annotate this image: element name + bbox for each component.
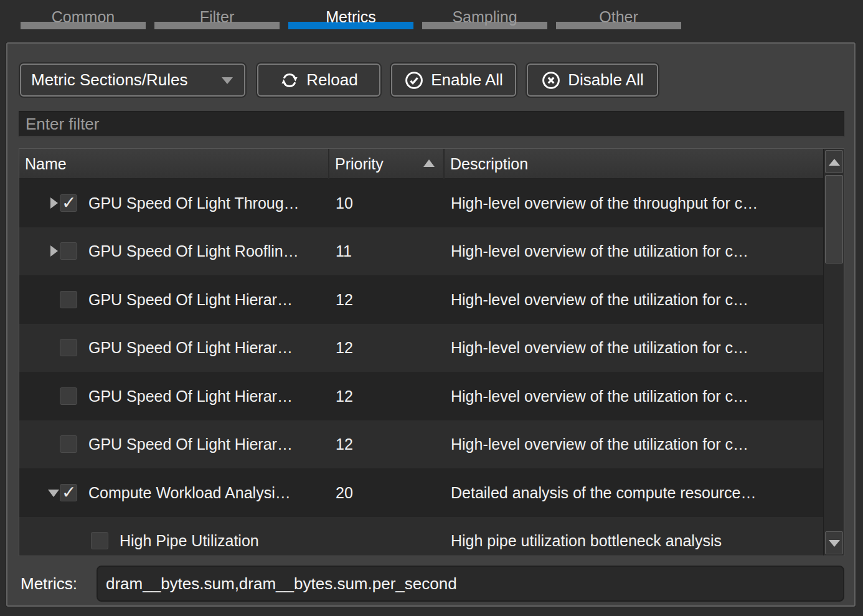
row-name: GPU Speed Of Light Hierar…	[88, 339, 328, 357]
x-circle-icon	[541, 70, 561, 90]
row-priority: 12	[336, 387, 441, 405]
checkbox[interactable]	[60, 194, 77, 212]
row-name: GPU Speed Of Light Rooflin…	[88, 242, 328, 260]
table-row[interactable]: GPU Speed Of Light Hierar… 12 High-level…	[19, 324, 823, 372]
table-row-child[interactable]: High Pipe Utilization High pipe utilizat…	[19, 517, 823, 556]
arrow-down-icon	[829, 540, 840, 547]
row-priority: 20	[336, 483, 441, 501]
row-name: High Pipe Utilization	[120, 532, 328, 550]
checkbox[interactable]	[60, 291, 77, 308]
tab-filter[interactable]: Filter	[154, 0, 280, 29]
metric-selection-window: Common Filter Metrics Sampling Other Met…	[0, 0, 863, 616]
reload-icon	[280, 70, 299, 90]
column-header-name[interactable]: Name	[19, 149, 329, 179]
scrollbar-thumb[interactable]	[825, 175, 843, 263]
metrics-input[interactable]	[97, 566, 844, 602]
row-priority: 12	[336, 435, 441, 453]
expand-arrow-icon[interactable]	[50, 197, 58, 209]
checkbox[interactable]	[60, 387, 77, 405]
tab-common[interactable]: Common	[21, 0, 146, 29]
row-name: GPU Speed Of Light Throug…	[88, 194, 328, 212]
row-name: GPU Speed Of Light Hierar…	[88, 387, 328, 405]
tab-label: Common	[21, 0, 146, 22]
scroll-up-button[interactable]	[825, 150, 843, 173]
chevron-down-icon	[222, 77, 233, 84]
metrics-panel: Metric Sections/Rules Reload	[6, 42, 856, 607]
row-priority: 10	[336, 194, 441, 212]
row-name: Compute Workload Analysi…	[88, 483, 328, 501]
table-row[interactable]: GPU Speed Of Light Hierar… 12 High-level…	[19, 372, 823, 420]
checkbox[interactable]	[60, 242, 77, 260]
checkbox[interactable]	[60, 339, 77, 356]
scroll-down-button[interactable]	[825, 531, 843, 554]
tab-metrics[interactable]: Metrics	[288, 0, 413, 29]
tab-sampling[interactable]: Sampling	[422, 0, 547, 29]
table-row[interactable]: GPU Speed Of Light Hierar… 12 High-level…	[19, 275, 823, 324]
arrow-up-icon	[829, 159, 840, 166]
row-name: GPU Speed Of Light Hierar…	[88, 290, 328, 308]
reload-button[interactable]: Reload	[257, 64, 380, 97]
row-description: High-level overview of the throughput fo…	[451, 194, 819, 212]
row-priority: 12	[336, 290, 441, 308]
table-row[interactable]: GPU Speed Of Light Hierar… 12 High-level…	[19, 420, 823, 469]
metrics-label: Metrics:	[21, 566, 77, 602]
reload-label: Reload	[306, 70, 357, 90]
metric-sections-rules-dropdown[interactable]: Metric Sections/Rules	[20, 64, 245, 97]
column-header-priority-label: Priority	[335, 155, 384, 173]
row-priority: 12	[336, 339, 441, 357]
table-row[interactable]: Compute Workload Analysi… 20 Detailed an…	[19, 468, 823, 517]
enable-all-label: Enable All	[431, 70, 503, 90]
disable-all-label: Disable All	[568, 70, 643, 90]
table-row[interactable]: GPU Speed Of Light Rooflin… 11 High-leve…	[19, 227, 823, 276]
metrics-table: Name Priority Description GPU Speed Of L…	[19, 148, 844, 556]
enable-all-button[interactable]: Enable All	[391, 64, 516, 97]
row-priority: 11	[336, 242, 441, 260]
tab-label: Other	[556, 0, 681, 22]
tab-bar: Common Filter Metrics Sampling Other	[21, 0, 681, 29]
row-description: High-level overview of the utilization f…	[451, 242, 819, 260]
row-description: Detailed analysis of the compute resourc…	[451, 483, 819, 501]
tab-label: Sampling	[422, 0, 547, 22]
checkbox[interactable]	[60, 484, 77, 501]
column-header-description[interactable]: Description	[445, 149, 823, 179]
sort-ascending-icon	[423, 159, 435, 167]
row-description: High-level overview of the utilization f…	[451, 387, 819, 405]
table-row[interactable]: GPU Speed Of Light Throug… 10 High-level…	[19, 179, 823, 227]
column-header-priority[interactable]: Priority	[329, 149, 445, 179]
tab-label: Filter	[154, 0, 280, 22]
row-description: High-level overview of the utilization f…	[451, 339, 819, 357]
row-name: GPU Speed Of Light Hierar…	[88, 435, 328, 453]
expand-arrow-icon[interactable]	[50, 245, 58, 257]
collapse-arrow-icon[interactable]	[48, 490, 59, 497]
check-circle-icon	[404, 70, 424, 90]
table-body: GPU Speed Of Light Throug… 10 High-level…	[19, 179, 823, 556]
dropdown-label: Metric Sections/Rules	[31, 70, 187, 90]
row-description: High pipe utilization bottleneck analysi…	[451, 532, 819, 550]
checkbox[interactable]	[91, 532, 108, 549]
vertical-scrollbar[interactable]	[823, 149, 844, 556]
tab-label: Metrics	[288, 0, 413, 22]
row-description: High-level overview of the utilization f…	[451, 290, 819, 308]
disable-all-button[interactable]: Disable All	[527, 64, 658, 97]
tab-other[interactable]: Other	[556, 0, 681, 29]
table-header: Name Priority Description	[19, 149, 823, 179]
row-description: High-level overview of the utilization f…	[451, 435, 819, 453]
filter-input[interactable]	[19, 111, 844, 137]
checkbox[interactable]	[60, 435, 77, 453]
